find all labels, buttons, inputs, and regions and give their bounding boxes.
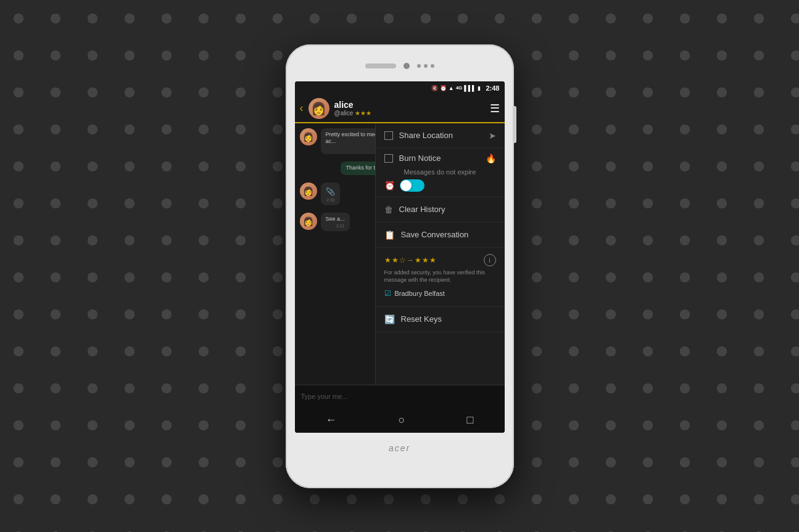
clear-history-label: Clear History [399,205,496,214]
share-location-item[interactable]: Share Location ➤ [376,123,505,149]
burn-notice-row: Burn Notice 🔥 [384,153,496,163]
dropdown-menu: Share Location ➤ Burn Notice 🔥 Messages … [375,123,505,385]
message-bubble-attachment: 📎 2:30 [321,182,340,205]
burn-icon: 🔥 [486,153,496,163]
message-text-3: See a... [326,216,345,223]
message-avatar: 👩 [300,128,317,145]
security-section: ★★☆→★★★ i For added security, you have v… [376,248,505,307]
sensor-dot [431,64,434,68]
reset-icon: 🔄 [384,314,395,324]
status-icons: 🔇 ⏰ ▲ 4G ▌▌▌ ▮ [431,85,481,91]
star-rating: ★★☆→★★★ [384,256,437,264]
mute-icon: 🔇 [431,85,438,91]
signal-icon: ▌▌▌ [464,85,476,91]
phone-bottom: acer [389,433,410,464]
recent-nav-button[interactable]: □ [467,414,474,427]
share-location-checkbox[interactable] [384,131,393,140]
status-bar: 🔇 ⏰ ▲ 4G ▌▌▌ ▮ 2:48 [295,81,505,95]
message-avatar-3: 👩 [300,213,317,230]
reset-keys-item[interactable]: 🔄 Reset Keys [376,307,505,332]
network-icon: 4G [456,85,463,91]
contact-info: alice @alice ★★★ [334,100,485,117]
back-button[interactable]: ‹ [300,102,304,115]
security-description: For added security, you have verified th… [384,269,496,284]
message-time-3: 2:31 [326,224,345,228]
save-conversation-label: Save Conversation [401,230,496,239]
phone-shell: 🔇 ⏰ ▲ 4G ▌▌▌ ▮ 2:48 ‹ 👩 alice @alice ★★★ [286,44,514,488]
contact-name: alice [334,100,485,110]
contact-stars: ★★★ [355,110,371,117]
message-time-2: 2:30 [326,198,335,202]
alarm-icon: ⏰ [440,85,447,91]
save-icon: 📋 [384,230,395,240]
status-time: 2:48 [486,84,499,92]
home-nav-button[interactable]: ○ [399,414,405,427]
wifi-icon: ▲ [449,85,454,91]
message-avatar-2: 👩 [300,182,317,200]
message-input[interactable]: Type your me... [301,393,499,400]
nav-bar: ← ○ □ [295,408,505,433]
check-icon: ☑ [384,289,391,298]
location-icon: ➤ [489,131,496,141]
sensor-dot [417,64,421,68]
brand-label: acer [389,443,410,453]
verified-label: Bradbury Belfast [395,290,445,297]
attachment-icon: 📎 [326,187,335,196]
speaker-grille [365,63,396,68]
front-camera [404,63,410,69]
share-location-label: Share Location [399,131,482,140]
avatar-face-icon: 👩 [311,102,326,115]
message-bubble-3: See a... 2:31 [321,213,350,232]
contact-username: @alice [334,110,354,117]
contact-avatar: 👩 [308,98,329,119]
contact-handle: @alice ★★★ [334,110,485,117]
screen: 🔇 ⏰ ▲ 4G ▌▌▌ ▮ 2:48 ‹ 👩 alice @alice ★★★ [295,81,505,433]
main-content: 👩 Pretty excited to meet you for ac... 1… [295,123,505,385]
sensor-dot [424,64,428,68]
burn-toggle[interactable] [400,179,424,192]
burn-notice-label: Burn Notice [399,153,479,163]
burn-notice-checkbox[interactable] [384,154,393,163]
clear-history-item[interactable]: 🗑 Clear History [376,197,505,223]
back-nav-button[interactable]: ← [326,414,337,427]
timer-icon: ⏰ [384,181,395,190]
trash-icon: 🗑 [384,205,393,215]
reset-keys-label: Reset Keys [401,314,496,324]
menu-button[interactable]: ☰ [490,102,500,115]
sensor-dots [417,64,434,68]
burn-notice-section: Burn Notice 🔥 Messages do not expire ⏰ [376,149,505,197]
verified-item: ☑ Bradbury Belfast [384,289,496,298]
app-header: ‹ 👩 alice @alice ★★★ ☰ [295,95,505,123]
save-conversation-item[interactable]: 📋 Save Conversation [376,223,505,248]
input-bar: Type your me... [295,385,505,408]
expire-text: Messages do not expire [384,168,496,176]
info-icon[interactable]: i [484,254,496,266]
security-header: ★★☆→★★★ i [384,254,496,266]
battery-icon: ▮ [478,85,481,91]
phone-top [286,44,514,81]
timer-row: ⏰ [384,179,496,192]
toggle-thumb [400,180,412,191]
